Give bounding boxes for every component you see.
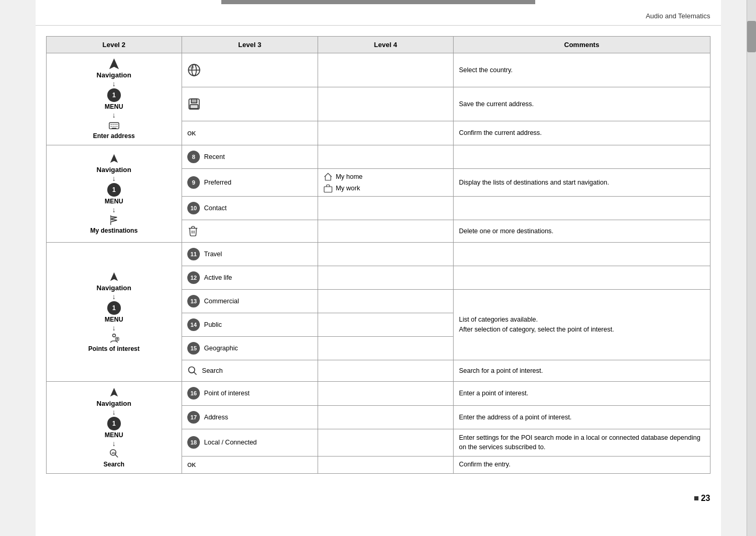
globe-icon: GB	[187, 63, 201, 77]
level3-row-trash	[187, 223, 312, 239]
scrollbar-thumb[interactable]	[747, 21, 756, 52]
level4-empty-2	[318, 87, 454, 121]
level4-empty-ok	[318, 456, 454, 474]
keyboard-icon	[108, 120, 120, 131]
level4-empty-3	[318, 121, 454, 145]
col-header-level3: Level 3	[182, 37, 318, 53]
level4-empty-active	[318, 266, 454, 290]
comment-enter-address-poi: Enter the address of a point of interest…	[454, 405, 710, 429]
footer: 23	[36, 489, 721, 507]
arrow-down: ↓	[112, 80, 116, 87]
nav-label-2: Navigation	[97, 166, 131, 174]
level3-row-active-life: 12 Active life	[187, 269, 312, 286]
level3-row-geographic: 15 Geographic	[187, 340, 312, 357]
level4-empty-poi-search	[318, 382, 454, 406]
level3-ok-1: OK	[182, 121, 318, 145]
level3-contact: 10 Contact	[182, 197, 318, 220]
header: Audio and Telematics	[36, 4, 721, 26]
search-poi-label: Search	[202, 367, 223, 374]
svg-rect-18	[190, 105, 198, 109]
comment-contact	[454, 197, 710, 220]
level3-row-recent: 8 Recent	[187, 149, 312, 165]
trash-icon	[187, 225, 199, 237]
comment-recent	[454, 145, 710, 169]
badge-9: 9	[187, 176, 200, 189]
arrow-down-7: ↓	[112, 408, 116, 416]
level3-search-poi: Search	[182, 360, 318, 382]
scrollbar[interactable]	[747, 0, 756, 536]
level4-empty-5	[318, 197, 454, 220]
level3-preferred: 9 Preferred	[182, 169, 318, 197]
svg-marker-24	[110, 272, 118, 281]
level4-empty-address	[318, 405, 454, 429]
level4-empty-search-poi	[318, 360, 454, 382]
level2-points-of-interest: Navigation ↓ 1 MENU ↓	[46, 243, 182, 382]
navigation-table: Level 2 Level 3 Level 4 Comments	[46, 36, 710, 474]
travel-label: Travel	[204, 250, 222, 258]
public-label: Public	[204, 321, 222, 328]
menu-button: 1	[107, 88, 121, 102]
level3-save	[182, 87, 318, 121]
comment-enter-poi: Enter a point of interest.	[454, 382, 710, 406]
search-icon	[187, 366, 198, 376]
svg-text:abc: abc	[111, 452, 116, 454]
level3-point-of-interest: 16 Point of interest	[182, 382, 318, 406]
page-number: 23	[701, 494, 710, 503]
level4-preferred: My home My work	[318, 169, 454, 197]
comment-confirm-address: Confirm the current address.	[454, 121, 710, 145]
local-connected-label: Local / Connected	[204, 439, 257, 446]
comment-select-country: Select the country.	[454, 53, 710, 87]
level3-ok-final: OK	[182, 456, 318, 474]
black-square-icon	[694, 496, 698, 500]
level3-public: 14 Public	[182, 313, 318, 337]
contact-label: Contact	[204, 204, 227, 212]
badge-10: 10	[187, 202, 200, 214]
level3-row-globe: GB	[187, 61, 312, 79]
navigation-icon-4	[108, 387, 120, 398]
level3-row-contact: 10 Contact	[187, 200, 312, 216]
level4-empty-6	[318, 220, 454, 243]
arrow-down-4: ↓	[112, 206, 116, 213]
arrow-down-6: ↓	[112, 324, 116, 332]
arrow-down-8: ↓	[112, 440, 116, 447]
badge-16: 16	[187, 387, 200, 400]
nav-block-search: Navigation ↓ 1 MENU ↓ abc Search	[49, 387, 179, 468]
level2-search: Navigation ↓ 1 MENU ↓ abc Search	[46, 382, 182, 474]
badge-18: 18	[187, 436, 200, 449]
level3-commercial: 13 Commercial	[182, 290, 318, 313]
ok-label-2: OK	[187, 462, 196, 468]
comment-save-address: Save the current address.	[454, 87, 710, 121]
poi-label: Points of interest	[88, 345, 140, 352]
level3-row-travel: 11 Travel	[187, 246, 312, 263]
badge-13: 13	[187, 295, 200, 307]
table-row: Navigation ↓ 1 MENU ↓	[46, 53, 710, 87]
nav-block-poi: Navigation ↓ 1 MENU ↓	[49, 271, 179, 352]
svg-point-25	[112, 334, 116, 337]
search-label: Search	[104, 461, 125, 468]
level3-row-address: 17 Address	[187, 409, 312, 426]
level4-preferred-inner: My home My work	[323, 172, 448, 193]
work-icon	[323, 184, 333, 193]
level3-active-life: 12 Active life	[182, 266, 318, 290]
top-bar	[221, 0, 535, 4]
svg-marker-19	[110, 154, 118, 163]
enter-address-label: Enter address	[93, 132, 135, 140]
comment-preferred: Display the lists of destinations and st…	[454, 169, 710, 197]
level4-empty-commercial	[318, 290, 454, 313]
page-title: Audio and Telematics	[646, 12, 710, 20]
level4-empty-1	[318, 53, 454, 87]
menu-button-2: 1	[107, 183, 121, 197]
comment-commercial: List of categories available.After selec…	[454, 290, 710, 360]
level4-empty-4	[318, 145, 454, 169]
nav-label-3: Navigation	[97, 284, 131, 292]
level3-row-poi: 16 Point of interest	[187, 385, 312, 402]
navigation-icon	[108, 59, 120, 70]
level3-geographic: 15 Geographic	[182, 337, 318, 360]
flag-icon	[108, 214, 120, 226]
menu-label: MENU	[105, 103, 123, 110]
svg-line-30	[194, 372, 197, 375]
level3-row-ok-final: OK	[187, 460, 312, 470]
level3-row-search-poi: Search	[187, 363, 312, 378]
preferred-label: Preferred	[204, 179, 231, 186]
level3-recent: 8 Recent	[182, 145, 318, 169]
